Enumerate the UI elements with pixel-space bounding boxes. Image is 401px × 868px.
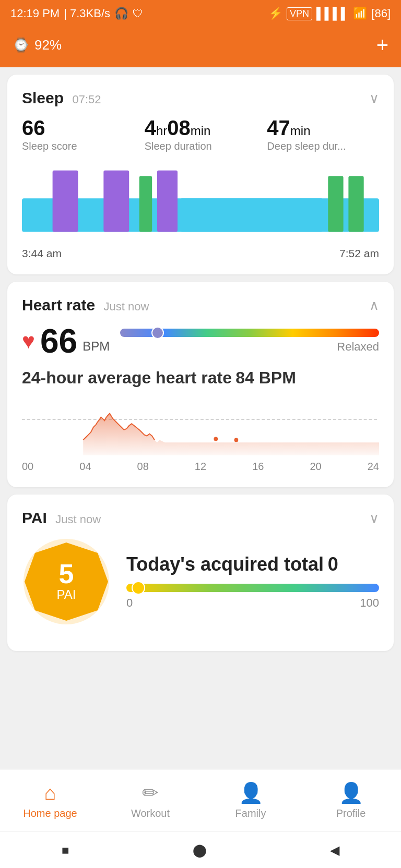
sleep-end-time: 7:52 am [339, 247, 379, 260]
heart-rate-avg-text: 24-hour average heart rate 84 BPM [22, 368, 379, 388]
nav-label-workout: Workout [131, 807, 170, 819]
heart-rate-main: ♥ 66 BPM Relaxed [22, 324, 379, 358]
nav-item-profile[interactable]: 👤 Profile [301, 769, 401, 831]
watch-icon: ⌚ [13, 37, 29, 53]
pai-acquired-value: 0 [328, 553, 338, 575]
svg-rect-7 [348, 176, 363, 232]
heart-rate-chart-svg [22, 396, 379, 459]
status-left: 12:19 PM | 7.3KB/s 🎧 🛡 [10, 7, 143, 20]
svg-rect-6 [328, 176, 343, 232]
wifi-icon: 📶 [353, 7, 367, 20]
deep-sleep-label: Deep sleep dur... [267, 140, 379, 152]
workout-icon: ✏ [142, 781, 159, 804]
heart-rate-status-block: Relaxed [120, 329, 379, 354]
pai-range-min: 0 [126, 596, 133, 610]
hr-time-04: 04 [79, 461, 91, 473]
heart-rate-collapse-chevron[interactable]: ∧ [369, 297, 379, 314]
svg-rect-4 [157, 171, 178, 232]
bluetooth-icon: ⚡ [268, 7, 282, 20]
pai-octagon-svg: 5 PAI [22, 537, 111, 626]
android-back-button[interactable]: ■ [62, 843, 69, 858]
pai-progress-indicator [132, 581, 145, 595]
sleep-start-time: 3:44 am [22, 247, 62, 260]
status-bar: 12:19 PM | 7.3KB/s 🎧 🛡 ⚡ VPN ▌▌▌▌ 📶 [86] [0, 0, 401, 27]
android-recents-button[interactable]: ◀ [330, 843, 339, 858]
hr-time-24: 24 [368, 461, 379, 473]
heart-rate-time-labels: 00 04 08 12 16 20 24 [22, 461, 379, 473]
pai-title-group: PAI Just now [22, 509, 101, 527]
pai-title: PAI [22, 509, 47, 526]
sleep-duration-value: 4hr08min [145, 117, 257, 138]
sleep-score-stat: 66 Sleep score [22, 117, 134, 152]
sleep-collapse-chevron[interactable]: ∨ [369, 90, 379, 106]
add-button[interactable]: + [376, 33, 388, 57]
heart-rate-title: Heart rate [22, 296, 95, 314]
android-nav-bar: ■ ⬤ ◀ [0, 831, 401, 868]
sleep-title-group: Sleep 07:52 [22, 89, 101, 107]
sleep-card: Sleep 07:52 ∨ 66 Sleep score 4hr08min Sl… [7, 75, 394, 274]
device-battery: 92% [34, 37, 62, 53]
sleep-score-label: Sleep score [22, 140, 134, 152]
status-network: | 7.3KB/s [64, 7, 110, 20]
sleep-card-header: Sleep 07:52 ∨ [22, 89, 379, 107]
svg-rect-5 [180, 198, 323, 232]
status-time: 12:19 PM [10, 7, 60, 20]
sleep-time: 07:52 [73, 93, 101, 106]
android-home-button[interactable]: ⬤ [193, 843, 207, 858]
hr-time-08: 08 [137, 461, 149, 473]
main-content: Sleep 07:52 ∨ 66 Sleep score 4hr08min Sl… [0, 67, 401, 769]
pai-range: 0 100 [126, 596, 379, 610]
svg-point-10 [234, 438, 238, 442]
heart-rate-chart [22, 396, 379, 459]
pai-acquired-text: Today's acquired total 0 [126, 553, 379, 575]
svg-rect-2 [103, 171, 129, 232]
profile-icon: 👤 [339, 781, 363, 804]
pai-collapse-chevron[interactable]: ∨ [369, 510, 379, 526]
deep-sleep-value: 47min [267, 117, 379, 138]
svg-point-9 [214, 437, 218, 441]
sleep-stats: 66 Sleep score 4hr08min Sleep duration 4… [22, 117, 379, 152]
hr-time-20: 20 [310, 461, 321, 473]
sleep-duration-label: Sleep duration [145, 140, 257, 152]
heart-icon: ♥ [22, 329, 35, 354]
sleep-score-value: 66 [22, 117, 134, 138]
svg-rect-3 [139, 176, 152, 232]
heart-rate-avg-value: 84 BPM [235, 368, 296, 387]
shield-icon: 🛡 [133, 8, 143, 20]
app-header: ⌚ 92% + [0, 27, 401, 67]
svg-text:5: 5 [59, 559, 74, 589]
home-icon: ⌂ [44, 782, 56, 804]
nav-item-workout[interactable]: ✏ Workout [100, 769, 200, 831]
pai-progress-bar [126, 584, 379, 592]
sleep-duration-stat: 4hr08min Sleep duration [145, 117, 257, 152]
heart-rate-title-group: Heart rate Just now [22, 296, 149, 314]
status-right: ⚡ VPN ▌▌▌▌ 📶 [86] [268, 7, 391, 20]
signal-icon: ▌▌▌▌ [316, 7, 349, 20]
heart-rate-status-label: Relaxed [120, 340, 379, 354]
bottom-navigation: ⌂ Home page ✏ Workout 👤 Family 👤 Profile [0, 769, 401, 831]
battery-icon: [86] [371, 7, 391, 20]
heart-rate-value-block: ♥ 66 BPM [22, 324, 110, 358]
heart-rate-when: Just now [104, 300, 149, 313]
heart-rate-header: Heart rate Just now ∧ [22, 296, 379, 314]
pai-range-max: 100 [360, 596, 379, 610]
nav-label-family: Family [235, 807, 266, 819]
pai-body: 5 PAI Today's acquired total 0 0 100 [22, 537, 379, 626]
sleep-chart-svg [22, 165, 379, 243]
nav-item-home[interactable]: ⌂ Home page [0, 769, 100, 831]
hr-time-00: 00 [22, 461, 33, 473]
pai-text-block: Today's acquired total 0 0 100 [126, 553, 379, 610]
nav-label-home: Home page [23, 807, 77, 819]
nav-item-family[interactable]: 👤 Family [200, 769, 301, 831]
vpn-badge: VPN [287, 7, 312, 20]
heart-rate-number: 66 [40, 324, 77, 358]
nav-label-profile: Profile [336, 807, 366, 819]
headphone-icon: 🎧 [114, 7, 128, 20]
svg-text:PAI: PAI [57, 587, 76, 601]
sleep-chart [22, 165, 379, 243]
pai-when: Just now [55, 513, 101, 526]
heart-rate-card: Heart rate Just now ∧ ♥ 66 BPM Relaxed 2… [7, 282, 394, 487]
sleep-times: 3:44 am 7:52 am [22, 247, 379, 260]
device-info: ⌚ 92% [13, 37, 62, 53]
svg-rect-1 [53, 171, 78, 232]
